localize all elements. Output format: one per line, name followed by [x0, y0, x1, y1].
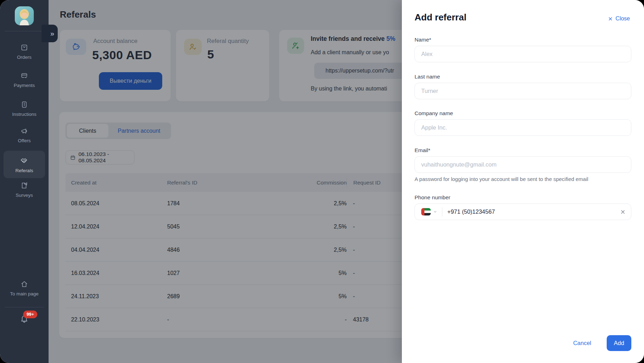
orders-icon: [20, 44, 28, 51]
clear-x-icon: [620, 209, 625, 214]
phone-field: [415, 204, 631, 220]
sidebar: Orders Payments Instructions Offers: [0, 0, 49, 363]
phone-label: Phone number: [415, 194, 450, 201]
sidebar-divider-top: [5, 31, 44, 31]
sidebar-item-to-main-page[interactable]: To main page: [0, 280, 49, 296]
cancel-button[interactable]: Cancel: [573, 340, 591, 346]
notifications-badge: 99+: [23, 311, 37, 318]
sidebar-item-referals[interactable]: Referals: [0, 156, 49, 173]
sidebar-item-label: Payments: [14, 83, 35, 88]
name-label: Name*: [415, 37, 431, 43]
sidebar-expand-button[interactable]: »: [42, 25, 58, 42]
company-name-label: Company name: [415, 110, 453, 117]
sidebar-item-label: To main page: [10, 291, 38, 296]
app-window: Referals Account balance 5,300 AED Вывес…: [0, 0, 644, 363]
close-button[interactable]: Close: [608, 15, 630, 22]
phone-divider: [442, 207, 442, 217]
last-name-field[interactable]: [415, 83, 631, 99]
chevron-double-right-icon: »: [50, 30, 54, 38]
company-name-field[interactable]: [415, 119, 631, 136]
sidebar-item-label: Offers: [18, 138, 31, 143]
email-field[interactable]: [415, 156, 631, 173]
sidebar-divider-bottom: [5, 307, 44, 307]
sidebar-item-payments[interactable]: Payments: [0, 72, 49, 88]
drawer-footer: Cancel Add: [573, 335, 631, 351]
avatar[interactable]: [15, 6, 34, 25]
phone-number-input[interactable]: [447, 208, 620, 215]
megaphone-icon: [20, 127, 28, 135]
drawer-title: Add referral: [415, 12, 466, 23]
uae-flag-icon[interactable]: [421, 208, 431, 215]
add-button[interactable]: Add: [607, 335, 631, 351]
sidebar-item-surveys[interactable]: Surveys: [0, 182, 49, 198]
home-icon: [20, 280, 28, 288]
sidebar-item-label: Orders: [17, 55, 31, 60]
credit-card-icon: [20, 72, 28, 80]
last-name-label: Last name: [415, 74, 440, 80]
sidebar-item-orders[interactable]: Orders: [0, 44, 49, 60]
chevron-down-icon[interactable]: [433, 210, 437, 214]
email-helper-text: A password for logging into your account…: [415, 176, 588, 182]
sidebar-item-label: Instructions: [12, 112, 36, 117]
close-label: Close: [615, 15, 630, 22]
notifications-button[interactable]: 99+: [0, 314, 49, 325]
add-referral-drawer: Add referral Close Name* Last name Compa…: [402, 0, 644, 363]
close-icon: [608, 17, 613, 21]
handshake-icon: [20, 156, 29, 165]
sidebar-item-label: Surveys: [16, 193, 33, 198]
clear-phone-button[interactable]: [620, 209, 625, 214]
survey-document-icon: [20, 182, 28, 189]
sidebar-item-offers[interactable]: Offers: [0, 127, 49, 143]
name-field[interactable]: [415, 46, 631, 62]
email-label: Email*: [415, 147, 430, 154]
sidebar-item-label: Referals: [15, 168, 33, 173]
sidebar-item-instructions[interactable]: Instructions: [0, 101, 49, 117]
info-book-icon: [20, 101, 28, 108]
